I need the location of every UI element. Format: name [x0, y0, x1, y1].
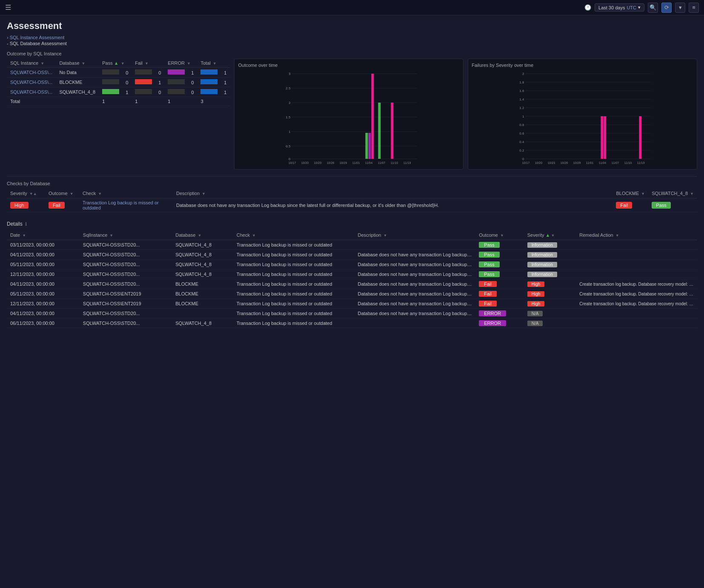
det-date: 04/11/2023, 00:00:00 — [7, 309, 80, 318]
det-severity: High — [524, 299, 576, 309]
outcome-table-header: SQL Instance ▼ Database ▼ Pass ▲ ▼ Fail … — [7, 59, 230, 68]
sql-instance-link[interactable]: SQLWATCH-OSS\... — [10, 80, 52, 85]
severity-badge: High — [527, 291, 545, 297]
svg-rect-27 — [378, 103, 381, 159]
col-total[interactable]: Total ▼ — [197, 59, 230, 68]
col-sql-instance[interactable]: SQL Instance ▼ — [7, 59, 56, 68]
top-panels: SQL Instance ▼ Database ▼ Pass ▲ ▼ Fail … — [7, 59, 697, 169]
sqlwatch-badge: Pass — [652, 202, 670, 209]
details-section: Details ℹ Date ▼ SqlInstance ▼ Database … — [7, 221, 697, 328]
svg-text:10/17: 10/17 — [289, 161, 296, 164]
checks-col-blockme[interactable]: BLOCKME ▼ — [612, 189, 648, 198]
det-outcome: Fail — [475, 299, 524, 309]
time-range-selector[interactable]: Last 30 days UTC ▾ — [595, 3, 644, 11]
svg-text:1.6: 1.6 — [520, 89, 525, 93]
total-row: Total 1 1 1 3 — [7, 97, 230, 106]
det-col-database[interactable]: Database ▼ — [172, 230, 233, 240]
det-check: Transaction Log backup is missed or outd… — [233, 299, 355, 309]
pass-cell: 1 — [99, 87, 132, 97]
col-error[interactable]: ERROR ▼ — [164, 59, 197, 68]
details-row: 12/11/2023, 00:00:00 SQLWATCH-OSS\ENT201… — [7, 299, 697, 309]
svg-text:2: 2 — [522, 72, 524, 76]
svg-text:1: 1 — [289, 130, 291, 134]
failures-over-time-panel: Failures by Severity over time 2 — [468, 59, 697, 169]
det-remedial — [576, 270, 697, 279]
det-date: 12/11/2023, 00:00:00 — [7, 299, 80, 309]
det-database: BLOCKME — [172, 299, 233, 309]
checks-col-description[interactable]: Description ▼ — [173, 189, 612, 198]
det-description: Database does not have any transaction L… — [354, 309, 475, 318]
det-remedial: Create transaction log backup. Database … — [576, 279, 697, 289]
det-col-remedial[interactable]: Remedial Action ▼ — [576, 230, 697, 240]
det-description — [354, 240, 475, 250]
det-database: SQLWATCH_4_8 — [172, 240, 233, 250]
det-col-severity[interactable]: Severity ▲▼ — [524, 230, 576, 240]
db-name: SQLWATCH_4_8 — [56, 87, 99, 97]
svg-text:11/13: 11/13 — [637, 161, 645, 164]
refresh-button[interactable]: ⟳ — [661, 3, 672, 13]
svg-text:10/23: 10/23 — [314, 161, 322, 164]
check-link[interactable]: Transaction Log backup is missed or outd… — [83, 200, 159, 210]
svg-text:3: 3 — [289, 72, 291, 76]
details-row: 03/11/2023, 00:00:00 SQLWATCH-OSS\STD20.… — [7, 240, 697, 250]
svg-rect-28 — [391, 103, 394, 159]
svg-text:11/01: 11/01 — [352, 161, 360, 164]
severity-badge: Information — [527, 252, 557, 258]
det-check: Transaction Log backup is missed or outd… — [233, 250, 355, 260]
svg-text:11/04: 11/04 — [365, 161, 373, 164]
svg-text:11/13: 11/13 — [404, 161, 411, 164]
det-description: Database does not have any transaction L… — [354, 299, 475, 309]
det-col-sqlinstance[interactable]: SqlInstance ▼ — [80, 230, 172, 240]
det-col-description[interactable]: Description ▼ — [354, 230, 475, 240]
pass-cell: 0 — [99, 68, 132, 77]
outcome-section-title: Outcome by SQL Instance — [7, 51, 697, 56]
det-date: 12/11/2023, 00:00:00 — [7, 270, 80, 279]
breadcrumb-sql-database: - SQL Database Assessment — [7, 41, 697, 46]
det-sqlinstance: SQLWATCH-OSS\STD20... — [80, 260, 172, 270]
check-cell: Transaction Log backup is missed or outd… — [79, 198, 173, 212]
det-outcome: ERROR — [475, 309, 524, 318]
checks-col-sqlwatch[interactable]: SQLWATCH_4_8 ▼ — [648, 189, 697, 198]
det-col-outcome[interactable]: Outcome ▼ — [475, 230, 524, 240]
sql-instance-link[interactable]: SQLWATCH-OSS\... — [10, 89, 52, 95]
checks-col-severity[interactable]: Severity ▼▲ — [7, 189, 45, 198]
svg-text:0.4: 0.4 — [520, 140, 525, 144]
checks-col-outcome[interactable]: Outcome ▼ — [45, 189, 79, 198]
total-cell: 1 — [197, 87, 230, 97]
det-sqlinstance: SQLWATCH-OSS\ENT2019 — [80, 299, 172, 309]
svg-text:11/07: 11/07 — [612, 161, 619, 164]
hamburger-icon[interactable]: ☰ — [5, 3, 11, 11]
col-database[interactable]: Database ▼ — [56, 59, 99, 68]
col-pass[interactable]: Pass ▲ ▼ — [99, 59, 132, 68]
clock-icon: 🕐 — [584, 4, 591, 11]
det-database: SQLWATCH_4_8 — [172, 260, 233, 270]
remedial-text: Create transaction log backup. Database … — [579, 282, 694, 287]
breadcrumb-sql-instance[interactable]: › SQL Instance Assessment — [7, 35, 697, 40]
menu-button[interactable]: ≡ — [689, 3, 699, 13]
search-button[interactable]: 🔍 — [648, 3, 658, 13]
total-label: Total — [7, 97, 56, 106]
col-fail[interactable]: Fail ▼ — [132, 59, 164, 68]
svg-text:10/26: 10/26 — [561, 161, 568, 164]
outcome-badge: Fail — [479, 291, 497, 297]
severity-badge: Information — [527, 272, 557, 277]
outcome-table: SQL Instance ▼ Database ▼ Pass ▲ ▼ Fail … — [7, 59, 230, 106]
det-col-check[interactable]: Check ▼ — [233, 230, 355, 240]
pass-cell: 0 — [99, 77, 132, 87]
dropdown-button[interactable]: ▾ — [675, 3, 685, 13]
total-fail: 1 — [132, 97, 164, 106]
det-col-date[interactable]: Date ▼ — [7, 230, 80, 240]
sql-instance-link[interactable]: SQLWATCH-OSS\... — [10, 70, 52, 75]
det-severity: Information — [524, 270, 576, 279]
severity-badge: Information — [527, 262, 557, 267]
det-remedial — [576, 250, 697, 260]
outcome-badge: Pass — [479, 252, 499, 258]
det-check: Transaction Log backup is missed or outd… — [233, 318, 355, 328]
det-date: 06/11/2023, 00:00:00 — [7, 318, 80, 328]
svg-text:0.5: 0.5 — [286, 144, 291, 148]
det-sqlinstance: SQLWATCH-OSS\ENT2019 — [80, 289, 172, 299]
checks-col-check[interactable]: Check ▼ — [79, 189, 173, 198]
details-row: 04/11/2023, 00:00:00 SQLWATCH-OSS\STD20.… — [7, 279, 697, 289]
severity-badge: Information — [527, 242, 557, 248]
det-check: Transaction Log backup is missed or outd… — [233, 270, 355, 279]
